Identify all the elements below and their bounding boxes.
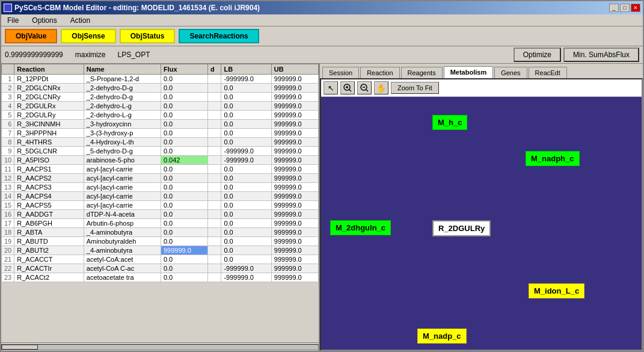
reaction-cell[interactable]: R_3HCINNMH (14, 120, 84, 129)
flux-cell: 0.0 (161, 111, 207, 120)
table-row[interactable]: 19 R_ABUTD Aminobutyraldeh 0.0 0.0 99999… (2, 237, 319, 246)
table-row[interactable]: 9 R_5DGLCNR _5-dehydro-D-g 0.0 -999999.0… (2, 147, 319, 156)
table-row[interactable]: 17 R_AB6PGH Arbutin-6-phosp 0.0 0.0 9999… (2, 219, 319, 228)
flux-cell: 0.0 (161, 264, 207, 273)
reaction-cell[interactable]: R_AACPS3 (14, 183, 84, 192)
table-row[interactable]: 8 R_4HTHRS _4-Hydroxy-L-th 0.0 0.0 99999… (2, 138, 319, 147)
maximize-button[interactable]: □ (620, 4, 630, 12)
reaction-cell[interactable]: R_AB6PGH (14, 219, 84, 228)
zoom-out-button[interactable] (357, 81, 372, 94)
tab-genes[interactable]: Genes (494, 67, 527, 78)
table-row[interactable]: 15 R_AACPS5 acyl-[acyl-carrie 0.0 0.0 99… (2, 201, 319, 210)
reaction-cell[interactable]: R_AACPS4 (14, 192, 84, 201)
reaction-cell[interactable]: R_AACPS1 (14, 165, 84, 174)
obj-value-button[interactable]: ObjValue (5, 29, 57, 43)
pan-tool-button[interactable]: ✋ (374, 81, 388, 94)
d-cell (208, 120, 221, 129)
tab-reaction[interactable]: Reaction (360, 67, 399, 78)
reaction-cell[interactable]: R_AACPS2 (14, 174, 84, 183)
tab-reacedt[interactable]: ReacEdt (529, 67, 567, 78)
table-row[interactable]: 7 R_3HPPPNH _3-(3-hydroxy-p 0.0 0.0 9999… (2, 129, 319, 138)
reaction-cell[interactable]: R_2DGLCNRy (14, 93, 84, 102)
table-row[interactable]: 21 R_ACACCT acetyl-CoA:acet 0.0 0.0 9999… (2, 255, 319, 264)
table-row[interactable]: 12 R_AACPS2 acyl-[acyl-carrie 0.0 0.0 99… (2, 174, 319, 183)
row-number: 19 (2, 237, 14, 246)
horizontal-scrollbar[interactable] (1, 342, 319, 351)
table-row[interactable]: 13 R_AACPS3 acyl-[acyl-carrie 0.0 0.0 99… (2, 183, 319, 192)
row-number: 7 (2, 129, 14, 138)
d-cell (208, 273, 221, 282)
reaction-cell[interactable]: R_ACACCT (14, 255, 84, 264)
tab-reagents[interactable]: Reagents (401, 67, 443, 78)
node-M_idon_L_c[interactable]: M_idon_L_c (529, 283, 584, 298)
title-bar: PySCeS-CBM Model Editor - editing: MODEL… (1, 1, 643, 14)
table-row[interactable]: 11 R_AACPS1 acyl-[acyl-carrie 0.0 0.0 99… (2, 165, 319, 174)
name-cell: _4-aminobutyra (84, 228, 161, 237)
reaction-cell[interactable]: R_A5PISO (14, 156, 84, 165)
tab-metabolism[interactable]: Metabolism (444, 66, 494, 78)
reaction-cell[interactable]: R_AACPS5 (14, 201, 84, 210)
menu-options[interactable]: Options (28, 15, 60, 26)
reaction-cell[interactable]: R_AADDGT (14, 210, 84, 219)
flux-cell: 0.0 (161, 138, 207, 147)
tab-session[interactable]: Session (322, 67, 359, 78)
reaction-cell[interactable]: R_2DGLCNRx (14, 84, 84, 93)
reaction-cell[interactable]: R_ABUTt2 (14, 246, 84, 255)
obj-status-text: LPS_OPT (117, 51, 150, 59)
table-row[interactable]: 4 R_2DGULRx _2-dehydro-L-g 0.0 0.0 99999… (2, 102, 319, 111)
obj-status-button[interactable]: ObjStatus (120, 29, 176, 43)
reaction-cell[interactable]: R_ABUTD (14, 237, 84, 246)
reaction-cell[interactable]: R_4HTHRS (14, 138, 84, 147)
metabolism-canvas[interactable]: M_h_cM_nadph_cM_2dhguln_cR_2DGULRyM_idon… (321, 97, 642, 350)
reaction-cell[interactable]: R_ACACt2 (14, 273, 84, 282)
ub-cell: 999999.0 (271, 255, 318, 264)
node-M_h_c[interactable]: M_h_c (432, 115, 467, 130)
minimize-button[interactable]: _ (609, 4, 619, 12)
node-M_nadp_c[interactable]: M_nadp_c (417, 329, 467, 344)
table-row[interactable]: 22 R_ACACTIr acetyl-CoA C-ac 0.0 -999999… (2, 264, 319, 273)
reaction-cell[interactable]: R_5DGLCNR (14, 147, 84, 156)
reaction-cell[interactable]: R_2DGULRy (14, 111, 84, 120)
table-row[interactable]: 18 R_ABTA _4-aminobutyra 0.0 0.0 999999.… (2, 228, 319, 237)
scrollbar-thumb[interactable] (2, 345, 38, 350)
node-M_2dhguln_c[interactable]: M_2dhguln_c (330, 220, 391, 235)
name-cell: _2-dehydro-D-g (84, 93, 161, 102)
lb-cell: 0.0 (221, 93, 271, 102)
table-row[interactable]: 1 R_12PPDt _S-Propane-1,2-d 0.0 -999999.… (2, 75, 319, 84)
metabolism-toolbar: ↖ ✋ Zoom To Fit (321, 79, 642, 97)
node-M_nadph_c[interactable]: M_nadph_c (526, 151, 580, 166)
reaction-cell[interactable]: R_2DGULRx (14, 102, 84, 111)
reaction-cell[interactable]: R_3HPPPNH (14, 129, 84, 138)
cursor-tool-button[interactable]: ↖ (324, 81, 338, 94)
table-row[interactable]: 16 R_AADDGT dTDP-N-4-aceta 0.0 0.0 99999… (2, 210, 319, 219)
search-reactions-button[interactable]: SearchReactions (179, 29, 259, 43)
table-row[interactable]: 5 R_2DGULRy _2-dehydro-L-g 0.0 0.0 99999… (2, 111, 319, 120)
table-row[interactable]: 6 R_3HCINNMH _3-hydroxycinn 0.0 0.0 9999… (2, 120, 319, 129)
menu-file[interactable]: File (4, 15, 22, 26)
table-row[interactable]: 23 R_ACACt2 acetoacetate tra 0.0 -999999… (2, 273, 319, 282)
reaction-cell[interactable]: R_12PPDt (14, 75, 84, 84)
data-table[interactable]: Reaction Name Flux d LB UB 1 R_12PPDt _S… (1, 64, 319, 342)
table-row[interactable]: 3 R_2DGLCNRy _2-dehydro-D-g 0.0 0.0 9999… (2, 93, 319, 102)
table-row[interactable]: 10 R_A5PISO arabinose-5-pho 0.042 -99999… (2, 156, 319, 165)
svg-line-6 (366, 90, 368, 91)
zoom-to-fit-button[interactable]: Zoom To Fit (391, 82, 439, 94)
row-number: 16 (2, 210, 14, 219)
row-number: 4 (2, 102, 14, 111)
name-cell: acetoacetate tra (84, 273, 161, 282)
reaction-cell[interactable]: R_ABTA (14, 228, 84, 237)
zoom-in-button[interactable] (340, 81, 355, 94)
ub-cell: 999999.0 (271, 75, 318, 84)
table-row[interactable]: 20 R_ABUTt2 _4-aminobutyra 999999.0 0.0 … (2, 246, 319, 255)
obj-sense-button[interactable]: ObjSense (61, 29, 115, 43)
min-sum-button[interactable]: Min. SumAbsFlux (563, 48, 639, 62)
optimize-button[interactable]: Optimize (514, 48, 561, 62)
close-button[interactable]: ✕ (631, 4, 640, 12)
menu-action[interactable]: Action (67, 15, 94, 26)
window-title: PySCeS-CBM Model Editor - editing: MODEL… (14, 4, 260, 12)
reaction-cell[interactable]: R_ACACTIr (14, 264, 84, 273)
table-row[interactable]: 14 R_AACPS4 acyl-[acyl-carrie 0.0 0.0 99… (2, 192, 319, 201)
node-R_2DGULRy[interactable]: R_2DGULRy (432, 220, 491, 236)
table-row[interactable]: 2 R_2DGLCNRx _2-dehydro-D-g 0.0 0.0 9999… (2, 84, 319, 93)
name-cell: Aminobutyraldeh (84, 237, 161, 246)
